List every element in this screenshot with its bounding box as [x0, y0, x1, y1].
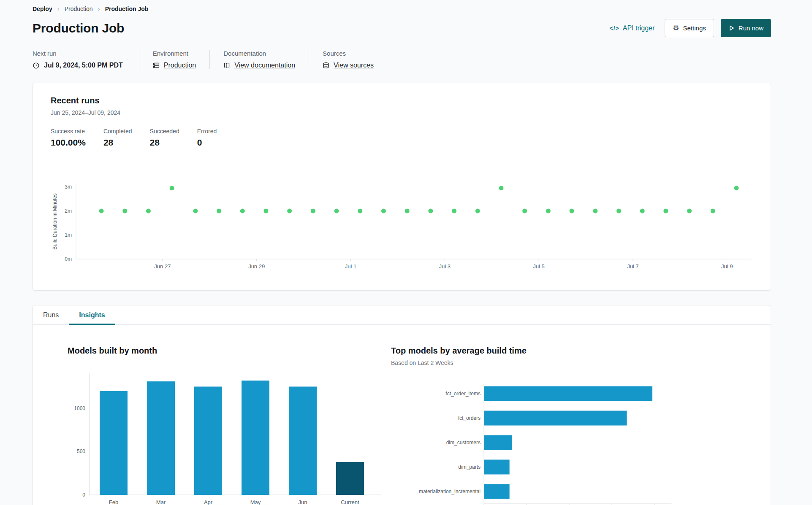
breadcrumb-production-job: Production Job: [105, 5, 149, 12]
top-models-chart: 0m10s20s30s40sfct_order_itemsfct_ordersd…: [391, 379, 703, 505]
recent-runs-title: Recent runs: [51, 96, 753, 105]
svg-text:Feb: Feb: [109, 499, 118, 505]
breadcrumb-deploy[interactable]: Deploy: [33, 5, 52, 12]
svg-text:fct_order_items: fct_order_items: [445, 391, 481, 397]
stat-success-rate: Success rate 100.00%: [51, 128, 86, 148]
svg-text:Jun 27: Jun 27: [154, 263, 171, 270]
svg-text:Build Duration in Minutes: Build Duration in Minutes: [52, 193, 58, 249]
page-header: Production Job </> API trigger ⚙ Setting…: [33, 19, 771, 37]
svg-text:1000: 1000: [74, 405, 85, 411]
page: Deploy › Production › Production Job Pro…: [33, 0, 771, 505]
settings-label: Settings: [683, 24, 706, 32]
stat-completed: Completed 28: [103, 128, 132, 148]
models-by-month-chart: 05001000FebMarAprMayJunCurrent: [60, 368, 391, 505]
recent-runs-stats: Success rate 100.00% Completed 28 Succee…: [51, 128, 753, 148]
top-models-title: Top models by average build time: [391, 346, 754, 356]
svg-text:Current: Current: [341, 499, 359, 505]
chevron-right-icon: ›: [98, 5, 100, 12]
meta-next-run: Next run Jul 9, 2024, 5:00 PM PDT: [33, 50, 139, 69]
meta-label: Next run: [33, 50, 123, 57]
header-actions: </> API trigger ⚙ Settings Run now: [610, 19, 771, 37]
meta-label: Documentation: [223, 50, 295, 57]
breadcrumb: Deploy › Production › Production Job: [33, 5, 771, 12]
svg-text:0: 0: [82, 492, 85, 498]
svg-text:materialization_incremental: materialization_incremental: [419, 489, 481, 494]
svg-text:fct_orders: fct_orders: [458, 415, 481, 421]
meta-environment: Environment Production: [139, 50, 210, 69]
svg-text:Jul 3: Jul 3: [439, 263, 451, 270]
svg-text:Mar: Mar: [156, 499, 166, 505]
docs-icon: [223, 62, 230, 69]
meta-documentation: Documentation View documentation: [209, 50, 309, 69]
api-trigger-label: API trigger: [623, 24, 655, 32]
clock-icon: [33, 62, 40, 69]
meta-label: Environment: [153, 50, 196, 57]
svg-text:3m: 3m: [65, 184, 72, 190]
api-trigger-link[interactable]: </> API trigger: [610, 24, 655, 32]
page-title: Production Job: [33, 21, 124, 35]
tab-insights[interactable]: Insights: [69, 305, 115, 325]
stat-succeeded: Succeeded 28: [150, 128, 179, 148]
svg-text:Jul 1: Jul 1: [345, 263, 356, 270]
insights-card: Runs Insights Models built by month 0500…: [33, 305, 771, 505]
run-now-button[interactable]: Run now: [721, 19, 771, 37]
stat-errored: Errored 0: [197, 128, 217, 148]
svg-text:2m: 2m: [65, 208, 72, 214]
breadcrumb-production[interactable]: Production: [65, 5, 93, 12]
svg-text:Jun 29: Jun 29: [248, 263, 265, 270]
svg-text:Apr: Apr: [204, 499, 213, 505]
svg-text:1m: 1m: [65, 232, 72, 238]
meta-label: Sources: [323, 50, 374, 57]
tab-bar: Runs Insights: [33, 305, 771, 325]
insights-panel: Models built by month 05001000FebMarAprM…: [33, 325, 771, 505]
chevron-right-icon: ›: [57, 5, 60, 12]
gear-icon: ⚙: [673, 24, 679, 32]
meta-sources: Sources View sources: [309, 50, 387, 69]
next-run-value: Jul 9, 2024, 5:00 PM PDT: [44, 62, 123, 69]
svg-text:dim_customers: dim_customers: [446, 440, 481, 446]
recent-runs-card: Recent runs Jun 25, 2024–Jul 09, 2024 Su…: [33, 83, 771, 291]
play-icon: [728, 25, 735, 31]
svg-text:500: 500: [77, 448, 85, 454]
settings-button[interactable]: ⚙ Settings: [665, 19, 714, 37]
svg-text:Jul 5: Jul 5: [533, 263, 544, 270]
recent-runs-chart: 0m1m2m3mJun 27Jun 29Jul 1Jul 3Jul 5Jul 7…: [51, 158, 753, 283]
tab-runs[interactable]: Runs: [33, 305, 69, 325]
view-documentation-link[interactable]: View documentation: [234, 62, 295, 69]
environment-icon: [153, 62, 160, 69]
svg-text:0m: 0m: [65, 256, 72, 262]
svg-text:May: May: [250, 499, 261, 505]
environment-link[interactable]: Production: [164, 62, 196, 69]
svg-text:Jun: Jun: [299, 499, 307, 505]
svg-text:Jul 9: Jul 9: [721, 263, 733, 270]
database-icon: [323, 62, 329, 69]
models-by-month-title: Models built by month: [68, 346, 391, 356]
top-models-block: Top models by average build time Based o…: [391, 346, 754, 505]
recent-runs-date-range: Jun 25, 2024–Jul 09, 2024: [51, 109, 753, 116]
run-now-label: Run now: [739, 24, 763, 32]
view-sources-link[interactable]: View sources: [334, 62, 374, 69]
svg-text:dim_parts: dim_parts: [458, 464, 481, 470]
top-models-subtitle: Based on Last 2 Weeks: [391, 359, 754, 366]
models-by-month-block: Models built by month 05001000FebMarAprM…: [60, 346, 391, 505]
code-icon: </>: [610, 25, 619, 32]
job-meta-row: Next run Jul 9, 2024, 5:00 PM PDT Enviro…: [33, 50, 771, 69]
svg-text:Jul 7: Jul 7: [627, 263, 638, 270]
build-duration-scatter: 0m1m2m3mJun 27Jun 29Jul 1Jul 3Jul 5Jul 7…: [51, 158, 754, 281]
